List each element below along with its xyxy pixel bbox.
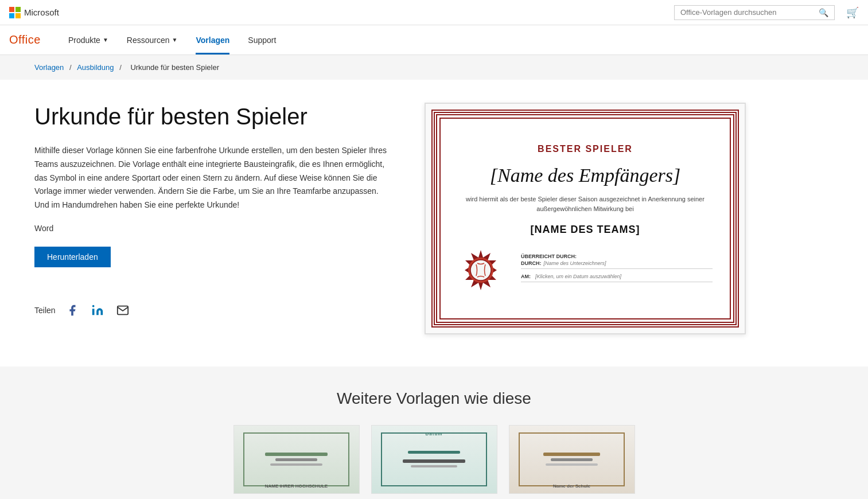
cert-badge-title: BESTER SPIELER — [538, 144, 633, 154]
share-section: Teilen — [34, 302, 390, 319]
cert-field-date: AM: [Klicken, um ein Datum auszuwählen] — [521, 274, 713, 282]
template-card-2[interactable]: Datum — [371, 425, 497, 494]
cert-field-presenter: ÜBERREICHT DURCH: DURCH: [Name des Unter… — [521, 254, 713, 269]
svg-rect-0 — [92, 309, 94, 315]
cert-date-value: [Klicken, um ein Datum auszuwählen] — [535, 274, 621, 279]
svg-point-4 — [470, 260, 491, 280]
office-logo[interactable]: Office — [9, 33, 41, 46]
microsoft-brand-label: Microsoft — [24, 7, 59, 17]
chevron-down-icon: ▼ — [103, 37, 108, 43]
certificate: BESTER SPIELER [Name des Empfängers] wir… — [431, 110, 739, 328]
svg-point-1 — [92, 305, 94, 307]
cert-fields: ÜBERREICHT DURCH: DURCH: [Name des Unter… — [521, 254, 713, 287]
nav-bar: Office Produkte ▼ Ressourcen ▼ Vorlagen … — [0, 25, 868, 55]
linkedin-icon[interactable] — [89, 302, 106, 319]
template-card-1[interactable]: NAME IHRER HOCHSCHULE — [233, 425, 360, 494]
facebook-icon[interactable] — [64, 302, 81, 319]
search-icon: 🔍 — [819, 8, 828, 17]
cert-date-label: AM: — [521, 274, 531, 279]
microsoft-logo[interactable]: Microsoft — [9, 7, 59, 18]
chevron-down-icon: ▼ — [172, 37, 178, 43]
cert-presenter-label: ÜBERREICHT DURCH: — [521, 254, 577, 259]
share-label: Teilen — [34, 306, 56, 315]
nav-item-support[interactable]: Support — [248, 25, 276, 54]
certificate-preview: BESTER SPIELER [Name des Empfängers] wir… — [425, 103, 746, 334]
left-panel: Urkunde für besten Spieler Mithilfe dies… — [34, 103, 390, 344]
breadcrumb-ausbildung[interactable]: Ausbildung — [77, 63, 114, 72]
search-box[interactable]: 🔍 — [674, 5, 835, 20]
description-text: Mithilfe dieser Vorlage können Sie eine … — [34, 144, 390, 212]
page-title: Urkunde für besten Spieler — [34, 103, 390, 130]
nav-item-vorlagen[interactable]: Vorlagen — [196, 25, 229, 54]
templates-grid: NAME IHRER HOCHSCHULE Datum — [34, 425, 834, 494]
cert-bottom: ÜBERREICHT DURCH: DURCH: [Name des Unter… — [458, 247, 713, 293]
further-section: Weitere Vorlagen wie diese NAME IHRER HO… — [0, 367, 868, 499]
main-content: Urkunde für besten Spieler Mithilfe dies… — [0, 80, 868, 367]
app-label: Word — [34, 224, 390, 233]
email-icon[interactable] — [114, 302, 131, 319]
nav-item-ressourcen[interactable]: Ressourcen ▼ — [127, 25, 178, 54]
further-section-title: Weitere Vorlagen wie diese — [34, 389, 834, 408]
ms-grid-icon — [9, 7, 21, 18]
template-card-3[interactable]: Name der Schule — [509, 425, 635, 494]
cert-recipient: [Name des Empfängers] — [490, 165, 680, 186]
cart-icon[interactable]: 🛒 — [846, 6, 859, 19]
breadcrumb-vorlagen[interactable]: Vorlagen — [34, 63, 64, 72]
cert-team: [NAME DES TEAMS] — [531, 224, 640, 236]
search-input[interactable] — [680, 8, 815, 17]
top-bar: Microsoft 🔍 🛒 — [0, 0, 868, 25]
cert-seal-icon — [458, 247, 504, 293]
nav-item-produkte[interactable]: Produkte ▼ — [68, 25, 108, 54]
right-panel: BESTER SPIELER [Name des Empfängers] wir… — [425, 103, 746, 344]
breadcrumb-current: Urkunde für besten Spieler — [130, 63, 219, 72]
cert-description: wird hiermit als der beste Spieler diese… — [458, 194, 713, 213]
breadcrumb: Vorlagen / Ausbildung / Urkunde für best… — [0, 55, 868, 80]
download-button[interactable]: Herunterladen — [34, 247, 111, 267]
cert-presenter-value: [Name des Unterzeichners] — [544, 260, 606, 266]
